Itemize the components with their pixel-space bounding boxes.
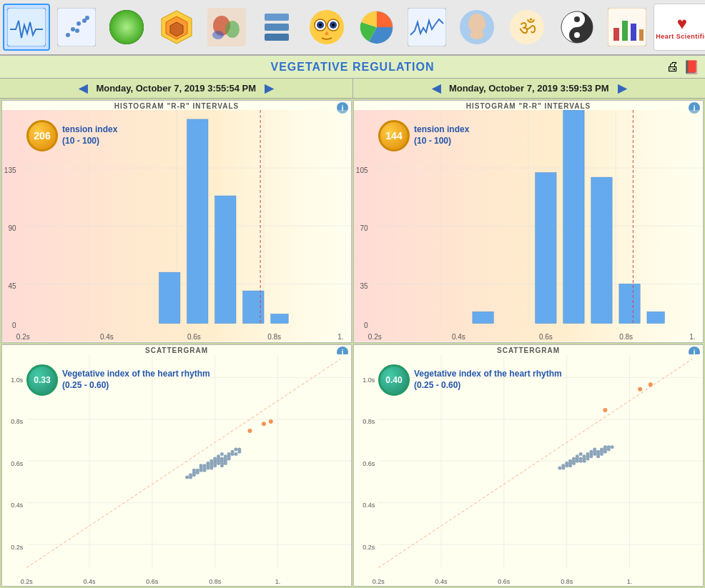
svg-point-37	[574, 32, 580, 38]
histogram-top-left-area: 0 45 90 135 0.2s 0.4s 0.6s 0.8s 1. 206 t…	[2, 110, 351, 342]
svg-text:1.: 1.	[275, 578, 281, 585]
svg-point-197	[579, 459, 583, 462]
green-circle-button[interactable]	[103, 4, 150, 51]
owl-button[interactable]	[303, 4, 350, 51]
svg-point-137	[224, 457, 227, 460]
svg-point-16	[212, 31, 224, 39]
svg-point-3	[71, 27, 75, 31]
svg-point-31	[468, 14, 485, 34]
om-button[interactable]: ॐ	[503, 4, 551, 51]
svg-text:0.4s: 0.4s	[11, 502, 24, 509]
svg-text:0.8s: 0.8s	[11, 418, 24, 425]
svg-point-126	[213, 459, 217, 462]
svg-point-25	[319, 24, 322, 26]
header-actions: 🖨 📕	[666, 59, 699, 75]
svg-rect-1	[57, 8, 96, 46]
svg-point-198	[583, 457, 586, 460]
heart-logo-button[interactable]: ♥ Heart Scientific	[654, 4, 705, 51]
scattergram-bottom-left: SCATTERGRAM i	[1, 344, 352, 587]
svg-point-129	[196, 470, 199, 474]
svg-rect-19	[265, 34, 289, 41]
stack-button[interactable]	[253, 4, 300, 51]
tension-badge-top-right: 144 tension index (10 - 100)	[378, 120, 469, 151]
svg-point-122	[234, 447, 237, 451]
tension-badge-top-left: 206 tension index (10 - 100)	[26, 120, 117, 151]
svg-rect-77	[647, 312, 664, 323]
scattergram-bottom-right-title: SCATTERGRAM	[354, 345, 703, 354]
scatter-button[interactable]	[53, 4, 100, 51]
book-icon[interactable]: 📕	[684, 59, 699, 75]
svg-rect-51	[187, 119, 208, 324]
svg-text:0.4s: 0.4s	[363, 502, 375, 509]
map-button[interactable]	[203, 4, 250, 51]
svg-text:0.4s: 0.4s	[100, 333, 114, 341]
print-icon[interactable]: 🖨	[666, 59, 679, 74]
svg-point-36	[574, 16, 580, 22]
svg-rect-50	[159, 272, 180, 323]
svg-point-32	[470, 31, 484, 39]
svg-point-211	[638, 387, 642, 391]
right-nav-next-arrow[interactable]: ▶	[615, 81, 629, 95]
svg-point-204	[568, 464, 572, 467]
svg-point-143	[192, 468, 196, 472]
left-nav-next-arrow[interactable]: ▶	[262, 81, 276, 95]
svg-text:1.0s: 1.0s	[11, 376, 24, 383]
veg-label-bottom-left: Vegetative index of the heart rhythm (0.…	[62, 369, 210, 391]
svg-point-131	[206, 466, 209, 469]
svg-rect-76	[619, 284, 640, 323]
svg-point-207	[600, 449, 603, 453]
svg-point-140	[237, 447, 241, 451]
svg-text:1.: 1.	[627, 578, 633, 585]
svg-point-7	[85, 16, 89, 20]
left-nav-prev-arrow[interactable]: ◀	[76, 81, 90, 95]
svg-text:0.6s: 0.6s	[498, 578, 511, 585]
svg-text:0.8s: 0.8s	[363, 418, 375, 425]
svg-point-209	[607, 445, 611, 449]
wave-button[interactable]	[403, 4, 450, 51]
page-title: VEGETATIVE REGULATION	[270, 61, 434, 74]
pie-button[interactable]	[353, 4, 400, 51]
scattergram-bottom-right-area: 1.0s 0.8s 0.6s 0.4s 0.2s 0.2s 0.4s 0.6s …	[354, 354, 703, 587]
svg-point-200	[589, 452, 593, 456]
svg-text:ॐ: ॐ	[519, 16, 536, 38]
svg-rect-42	[639, 29, 644, 41]
tension-label-top-left: tension index (10 - 100)	[62, 124, 117, 146]
toolbar: ॐ ♥ Heart Scientific	[0, 0, 705, 56]
svg-point-125	[209, 462, 213, 465]
ecg-button[interactable]	[3, 4, 50, 51]
svg-point-132	[203, 468, 207, 472]
svg-text:105: 105	[356, 166, 368, 174]
svg-point-212	[649, 382, 653, 387]
svg-point-127	[217, 462, 220, 465]
svg-rect-52	[215, 196, 236, 323]
svg-point-196	[576, 457, 579, 460]
svg-text:90: 90	[8, 224, 16, 232]
charts-grid: HISTOGRAM "R-R" INTERVALS i	[0, 99, 705, 588]
right-nav-prev-arrow[interactable]: ◀	[429, 81, 443, 95]
tension-value-top-right: 144	[385, 130, 402, 141]
svg-point-147	[262, 422, 266, 426]
svg-point-138	[227, 454, 231, 458]
svg-text:0.6s: 0.6s	[363, 459, 375, 467]
yin-yang-button[interactable]	[553, 4, 601, 51]
bar-chart-button[interactable]	[603, 4, 651, 51]
left-nav: ◀ Monday, October 7, 2019 3:55:54 PM ▶	[0, 79, 353, 98]
svg-text:0.2s: 0.2s	[363, 543, 375, 550]
svg-point-133	[199, 464, 203, 467]
veg-badge-bottom-left: 0.33 Vegetative index of the heart rhyth…	[26, 364, 210, 396]
svg-rect-73	[536, 173, 556, 324]
head-button[interactable]	[453, 4, 501, 51]
veg-label-bottom-right: Vegetative index of the heart rhythm (0.…	[414, 369, 562, 391]
svg-text:0.6s: 0.6s	[187, 333, 201, 341]
svg-text:0.8s: 0.8s	[267, 333, 281, 341]
svg-point-15	[225, 21, 240, 38]
heart-icon: ♥	[677, 14, 688, 34]
veg-circle-bottom-left: 0.33	[26, 364, 58, 396]
tension-value-top-left: 206	[34, 130, 50, 141]
veg-badge-bottom-right: 0.40 Vegetative index of the heart rhyth…	[378, 364, 562, 396]
histogram-top-right-area: 0 35 70 105 0.2s 0.4s 0.6s 0.8s 1. 144 t…	[354, 110, 703, 342]
histogram-top-right: HISTOGRAM "R-R" INTERVALS i	[353, 100, 704, 343]
hex-button[interactable]	[153, 4, 200, 51]
svg-text:0.4s: 0.4s	[452, 333, 465, 341]
svg-point-136	[217, 457, 220, 460]
